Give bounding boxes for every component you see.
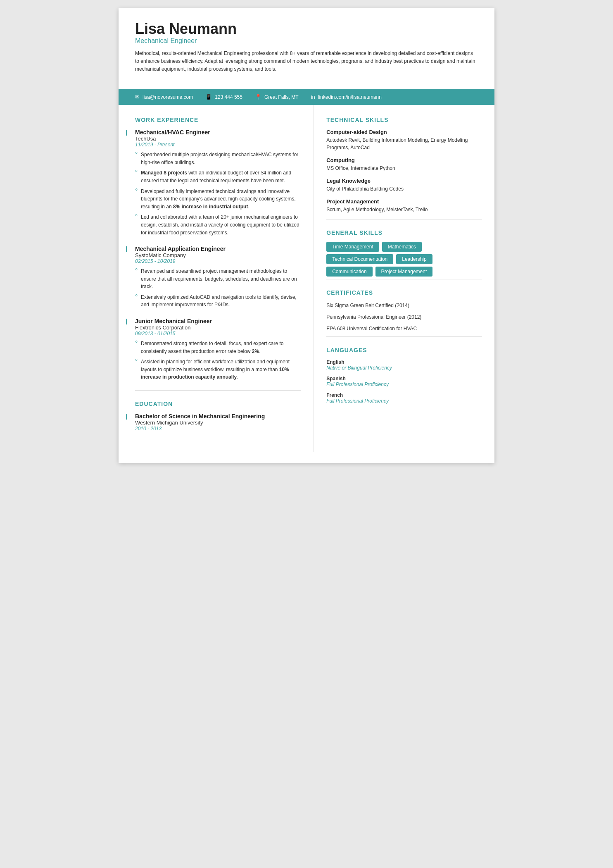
tag-leadership: Leadership — [396, 254, 432, 264]
divider-languages — [326, 336, 482, 337]
tag-project-management: Project Management — [375, 267, 433, 277]
phone-icon: 📱 — [205, 94, 212, 100]
skill-items-cad: Autodesk Revit, Building Information Mod… — [326, 136, 482, 151]
bullet-3-2: Assisted in planning for efficient workf… — [135, 358, 301, 381]
tags-row-1: Time Management Mathematics — [326, 242, 482, 252]
lang-english-name: English — [326, 359, 482, 365]
education-block: Bachelor of Science in Mechanical Engine… — [135, 413, 301, 432]
candidate-title: Mechanical Engineer — [135, 37, 478, 45]
bullet-1-1: Spearheaded multiple projects designing … — [135, 151, 301, 166]
tags-row-3: Communication Project Management — [326, 267, 482, 277]
skill-group-computing: Computing MS Office, Intermediate Python — [326, 157, 482, 172]
cert-3: EPA 608 Universal Certification for HVAC — [326, 325, 482, 332]
company-3: Flextronics Corporation — [135, 324, 301, 331]
edu-dates: 2010 - 2013 — [135, 426, 301, 432]
lang-english: English Native or Bilingual Proficiency — [326, 359, 482, 371]
location-icon: 📍 — [255, 94, 261, 100]
linkedin-text: linkedin.com/in/lisa.neumann — [318, 94, 382, 100]
email-text: lisa@novoresume.com — [143, 94, 193, 100]
company-2: SystoMatic Company — [135, 252, 301, 258]
divider-certificates — [326, 279, 482, 279]
general-skills-title: GENERAL SKILLS — [326, 229, 482, 236]
skill-group-cad: Computer-aided Design Autodesk Revit, Bu… — [326, 129, 482, 151]
dates-2: 02/2015 - 10/2019 — [135, 258, 301, 264]
tag-time-management: Time Management — [326, 242, 379, 252]
cert-1: Six Sigma Green Belt Certified (2014) — [326, 302, 482, 309]
technical-skills-title: TECHNICAL SKILLS — [326, 117, 482, 123]
contact-linkedin: in linkedin.com/in/lisa.neumann — [311, 94, 382, 100]
skill-group-legal: Legal Knowledge City of Philadelphia Bui… — [326, 178, 482, 193]
bullets-1: Spearheaded multiple projects designing … — [135, 151, 301, 236]
divider-general-skills — [326, 219, 482, 219]
resume-page: Lisa Neumann Mechanical Engineer Methodi… — [119, 8, 494, 463]
certificates-title: CERTIFICATES — [326, 289, 482, 296]
bullets-2: Revamped and streamlined project managem… — [135, 267, 301, 309]
bullet-1-2: Managed 8 projects with an individual bu… — [135, 169, 301, 184]
school: Western Michigan University — [135, 420, 301, 426]
lang-english-level: Native or Bilingual Proficiency — [326, 365, 482, 371]
side-line-edu — [126, 414, 127, 420]
languages-title: LANGUAGES — [326, 347, 482, 353]
skill-name-computing: Computing — [326, 157, 482, 163]
skill-items-legal: City of Philadelphia Building Codes — [326, 185, 482, 193]
skill-name-pm: Project Management — [326, 198, 482, 205]
job-title-3: Junior Mechanical Engineer — [135, 318, 301, 324]
main-content: WORK EXPERIENCE Mechanical/HVAC Engineer… — [119, 105, 494, 452]
phone-text: 123 444 555 — [215, 94, 242, 100]
company-1: TechUsa — [135, 136, 301, 142]
bullet-2-2: Extensively optimized AutoCAD and naviga… — [135, 293, 301, 309]
left-column: WORK EXPERIENCE Mechanical/HVAC Engineer… — [119, 105, 314, 452]
bullet-3-1: Demonstrated strong attention to detail,… — [135, 340, 301, 355]
header-section: Lisa Neumann Mechanical Engineer Methodi… — [119, 8, 494, 81]
tags-row-2: Technical Documentation Leadership — [326, 254, 482, 264]
candidate-summary: Methodical, results-oriented Mechanical … — [135, 50, 478, 74]
divider-education — [135, 390, 301, 391]
location-text: Great Falls, MT — [264, 94, 299, 100]
tag-communication: Communication — [326, 267, 372, 277]
tag-mathematics: Mathematics — [382, 242, 422, 252]
side-line-2 — [126, 246, 127, 252]
skill-group-pm: Project Management Scrum, Agile Methodol… — [326, 198, 482, 213]
linkedin-icon: in — [311, 94, 315, 100]
work-experience-title: WORK EXPERIENCE — [135, 117, 301, 123]
bullet-2-1: Revamped and streamlined project managem… — [135, 267, 301, 291]
dates-1: 11/2019 - Present — [135, 142, 301, 148]
skill-items-computing: MS Office, Intermediate Python — [326, 165, 482, 172]
lang-spanish-name: Spanish — [326, 376, 482, 382]
bullet-1-3: Developed and fully implemented technica… — [135, 188, 301, 211]
bullets-3: Demonstrated strong attention to detail,… — [135, 340, 301, 381]
job-block-2: Mechanical Application Engineer SystoMat… — [135, 246, 301, 309]
contact-bar: ✉ lisa@novoresume.com 📱 123 444 555 📍 Gr… — [119, 89, 494, 105]
degree: Bachelor of Science in Mechanical Engine… — [135, 413, 301, 420]
dates-3: 09/2013 - 01/2015 — [135, 331, 301, 336]
email-icon: ✉ — [135, 94, 140, 100]
job-title-1: Mechanical/HVAC Engineer — [135, 129, 301, 136]
side-line-1 — [126, 130, 127, 136]
education-title: EDUCATION — [135, 401, 301, 407]
job-block-1: Mechanical/HVAC Engineer TechUsa 11/2019… — [135, 129, 301, 236]
lang-spanish: Spanish Full Professional Proficiency — [326, 376, 482, 387]
lang-french: French Full Professional Proficiency — [326, 392, 482, 404]
job-block-3: Junior Mechanical Engineer Flextronics C… — [135, 318, 301, 381]
side-line-3 — [126, 319, 127, 324]
tag-technical-documentation: Technical Documentation — [326, 254, 393, 264]
contact-email: ✉ lisa@novoresume.com — [135, 94, 193, 100]
right-column: TECHNICAL SKILLS Computer-aided Design A… — [314, 105, 494, 452]
lang-french-name: French — [326, 392, 482, 398]
skill-name-cad: Computer-aided Design — [326, 129, 482, 135]
bullet-1-4: Led and collaborated with a team of 20+ … — [135, 213, 301, 236]
lang-french-level: Full Professional Proficiency — [326, 398, 482, 404]
skill-items-pm: Scrum, Agile Methodology, MeisterTask, T… — [326, 206, 482, 213]
contact-location: 📍 Great Falls, MT — [255, 94, 299, 100]
contact-phone: 📱 123 444 555 — [205, 94, 242, 100]
lang-spanish-level: Full Professional Proficiency — [326, 382, 482, 387]
candidate-name: Lisa Neumann — [135, 21, 478, 37]
cert-2: Pennsylvania Professional Engineer (2012… — [326, 313, 482, 321]
job-title-2: Mechanical Application Engineer — [135, 246, 301, 252]
skill-name-legal: Legal Knowledge — [326, 178, 482, 184]
